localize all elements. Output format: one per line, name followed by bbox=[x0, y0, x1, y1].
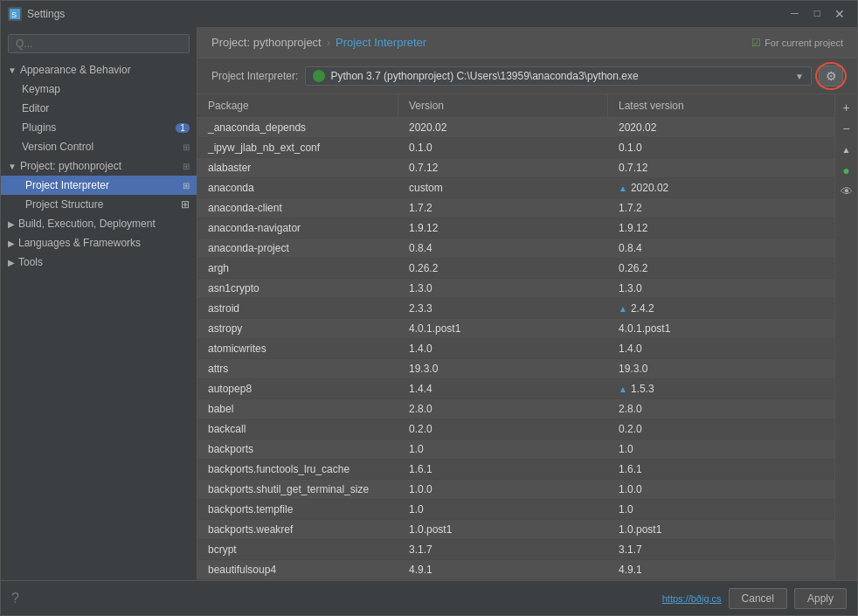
header-package: Package bbox=[197, 94, 398, 117]
sidebar-item-build[interactable]: ▶Build, Execution, Deployment bbox=[1, 214, 197, 233]
sidebar-item-tools[interactable]: ▶Tools bbox=[1, 253, 197, 272]
package-name: autopep8 bbox=[197, 379, 398, 398]
package-name: argh bbox=[197, 259, 398, 278]
close-button[interactable]: ✕ bbox=[829, 5, 850, 23]
package-latest: 19.3.0 bbox=[608, 359, 834, 378]
table-row[interactable]: backports.shutil_get_terminal_size 1.0.0… bbox=[197, 480, 834, 500]
package-version: 1.3.0 bbox=[398, 279, 608, 298]
package-name: anaconda bbox=[197, 178, 398, 197]
remove-package-button[interactable]: − bbox=[837, 119, 856, 138]
main-content: ▼Appearance & Behavior Keymap Editor Plu… bbox=[1, 27, 857, 580]
table-row[interactable]: babel 2.8.0 2.8.0 bbox=[197, 399, 834, 419]
package-version: 4.9.1 bbox=[398, 560, 608, 579]
sidebar-item-project[interactable]: ▼Project: pythonproject ⊞ bbox=[1, 156, 197, 176]
arrow-icon: ▼ bbox=[8, 66, 17, 75]
project-icon: ⊞ bbox=[183, 162, 190, 171]
table-row[interactable]: backports.functools_lru_cache 1.6.1 1.6.… bbox=[197, 460, 834, 480]
package-latest: 0.2.0 bbox=[608, 419, 834, 439]
gear-button[interactable]: ⚙ bbox=[819, 66, 843, 87]
package-version: 0.26.2 bbox=[398, 259, 608, 278]
table-row[interactable]: alabaster 0.7.12 0.7.12 bbox=[197, 158, 834, 178]
package-version: 2.8.0 bbox=[398, 399, 608, 419]
interpreter-value: Python 3.7 (pythonproject) C:\Users\1395… bbox=[330, 70, 795, 82]
package-latest: 1.9.12 bbox=[608, 218, 834, 238]
table-row[interactable]: anaconda-navigator 1.9.12 1.9.12 bbox=[197, 218, 834, 239]
package-version: 0.1.0 bbox=[398, 138, 608, 157]
table-row[interactable]: beautifulsoup4 4.9.1 4.9.1 bbox=[197, 560, 834, 580]
table-row[interactable]: bcrypt 3.1.7 3.1.7 bbox=[197, 540, 834, 560]
package-name: astropy bbox=[197, 319, 398, 338]
interpreter-row: Project Interpreter: Python 3.7 (pythonp… bbox=[197, 59, 857, 94]
sidebar-item-appearance[interactable]: ▼Appearance & Behavior bbox=[1, 60, 197, 80]
sidebar-item-languages[interactable]: ▶Languages & Frameworks bbox=[1, 233, 197, 253]
interpreter-select[interactable]: Python 3.7 (pythonproject) C:\Users\1395… bbox=[305, 66, 812, 86]
package-version: 1.4.4 bbox=[398, 379, 608, 398]
package-version: 1.9.12 bbox=[398, 218, 608, 238]
table-row[interactable]: asn1crypto 1.3.0 1.3.0 bbox=[197, 279, 834, 299]
table-row[interactable]: _ipyw_jlab_nb_ext_conf 0.1.0 0.1.0 bbox=[197, 138, 834, 158]
sidebar-item-project-structure[interactable]: Project Structure ⊞ bbox=[1, 195, 197, 214]
eye-button[interactable]: 👁 bbox=[837, 182, 856, 201]
package-latest: ▲1.5.3 bbox=[608, 379, 834, 398]
apply-button[interactable]: Apply bbox=[794, 588, 847, 609]
table-row[interactable]: anaconda-client 1.7.2 1.7.2 bbox=[197, 198, 834, 218]
sidebar-item-project-interpreter[interactable]: Project Interpreter ⊞ bbox=[1, 176, 197, 195]
table-row[interactable]: backcall 0.2.0 0.2.0 bbox=[197, 419, 834, 440]
table-row[interactable]: anaconda-project 0.8.4 0.8.4 bbox=[197, 239, 834, 259]
tools-arrow-icon: ▶ bbox=[8, 258, 15, 267]
package-version: 1.0 bbox=[398, 440, 608, 459]
breadcrumb-project: Project: pythonproject bbox=[211, 36, 322, 49]
header-latest: Latest version bbox=[608, 94, 824, 117]
window-title: Settings bbox=[27, 8, 65, 20]
table-row[interactable]: argh 0.26.2 0.26.2 bbox=[197, 259, 834, 279]
maximize-button[interactable]: □ bbox=[807, 5, 827, 23]
for-project-label: For current project bbox=[765, 38, 843, 48]
package-name: backcall bbox=[197, 419, 398, 439]
add-package-button[interactable]: + bbox=[837, 98, 856, 117]
check-icon: ☑ bbox=[751, 37, 761, 49]
help-button[interactable]: ? bbox=[11, 591, 19, 606]
package-version: 3.1.7 bbox=[398, 540, 608, 559]
table-row[interactable]: backports.weakref 1.0.post1 1.0.post1 bbox=[197, 520, 834, 540]
sidebar-search-container bbox=[1, 27, 197, 60]
bottom-bar: ? https://bðig.cs Cancel Apply bbox=[1, 580, 857, 615]
table-row[interactable]: backports.tempfile 1.0 1.0 bbox=[197, 500, 834, 520]
package-name: astroid bbox=[197, 299, 398, 318]
breadcrumb-separator: › bbox=[327, 36, 330, 49]
package-latest: 0.1.0 bbox=[608, 138, 834, 157]
link-text[interactable]: https://bðig.cs bbox=[662, 593, 722, 604]
package-name: anaconda-navigator bbox=[197, 218, 398, 238]
table-row[interactable]: astropy 4.0.1.post1 4.0.1.post1 bbox=[197, 319, 834, 339]
table-row[interactable]: atomicwrites 1.4.0 1.4.0 bbox=[197, 339, 834, 359]
build-arrow-icon: ▶ bbox=[8, 219, 15, 229]
package-version: 0.7.12 bbox=[398, 158, 608, 177]
sidebar-item-keymap[interactable]: Keymap bbox=[1, 80, 197, 99]
package-name: attrs bbox=[197, 359, 398, 378]
update-package-button[interactable]: ● bbox=[837, 161, 856, 180]
settings-window: S Settings ─ □ ✕ ▼Appearance & Behavior … bbox=[0, 0, 858, 616]
table-row[interactable]: backports 1.0 1.0 bbox=[197, 440, 834, 460]
package-latest: 1.4.0 bbox=[608, 339, 834, 358]
gear-btn-container: ⚙ bbox=[819, 66, 843, 87]
table-row[interactable]: attrs 19.3.0 19.3.0 bbox=[197, 359, 834, 379]
table-row[interactable]: autopep8 1.4.4 ▲1.5.3 bbox=[197, 379, 834, 399]
table-row[interactable]: _anaconda_depends 2020.02 2020.02 bbox=[197, 118, 834, 138]
package-name: atomicwrites bbox=[197, 339, 398, 358]
minimize-button[interactable]: ─ bbox=[784, 5, 806, 23]
chevron-down-icon: ▼ bbox=[795, 72, 804, 81]
package-version: 1.0.0 bbox=[398, 480, 608, 499]
sidebar-item-editor[interactable]: Editor bbox=[1, 99, 197, 118]
table-row[interactable]: anaconda custom ▲2020.02 bbox=[197, 178, 834, 198]
package-latest: 0.7.12 bbox=[608, 158, 834, 177]
vc-icon: ⊞ bbox=[183, 142, 190, 152]
sidebar-item-version-control[interactable]: Version Control ⊞ bbox=[1, 137, 197, 156]
table-row[interactable]: astroid 2.3.3 ▲2.4.2 bbox=[197, 299, 834, 319]
scroll-up-button[interactable]: ▲ bbox=[837, 140, 856, 159]
sidebar-search-input[interactable] bbox=[8, 34, 190, 53]
package-latest: 1.0 bbox=[608, 440, 834, 459]
sidebar-item-plugins[interactable]: Plugins 1 bbox=[1, 118, 197, 137]
package-version: 1.4.0 bbox=[398, 339, 608, 358]
cancel-button[interactable]: Cancel bbox=[729, 588, 787, 609]
package-name: _anaconda_depends bbox=[197, 118, 398, 137]
package-name: _ipyw_jlab_nb_ext_conf bbox=[197, 138, 398, 157]
